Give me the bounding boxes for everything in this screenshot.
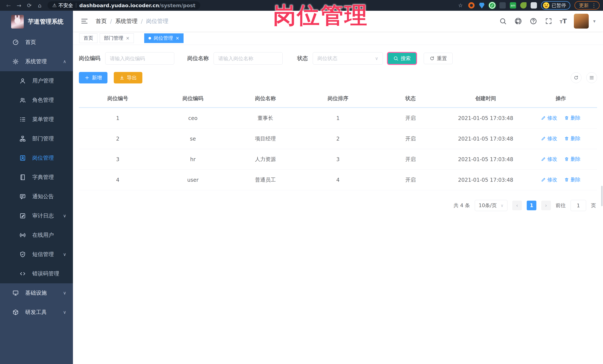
delete-link[interactable]: 删除: [564, 135, 580, 142]
tab-department-management[interactable]: 部门管理 ×: [100, 33, 134, 43]
avatar-caret-down-icon[interactable]: ▾: [593, 18, 596, 24]
breadcrumb-home[interactable]: 首页: [96, 17, 107, 25]
delete-link[interactable]: 删除: [564, 156, 580, 162]
add-button[interactable]: 新增: [79, 72, 107, 83]
sidebar-item-label: 短信管理: [32, 251, 54, 258]
tab-post-management[interactable]: 岗位管理 ×: [144, 33, 184, 43]
reset-button[interactable]: 重置: [424, 53, 453, 64]
profile-paused-pill[interactable]: 已暂停: [541, 1, 570, 10]
post-name-input[interactable]: [214, 52, 283, 65]
bookmark-star-icon[interactable]: ☆: [457, 2, 464, 9]
trash-icon: [564, 157, 569, 162]
profile-avatar-emoji: [543, 2, 549, 9]
delete-label: 删除: [570, 135, 580, 142]
screen: ← → ⟳ ⌂ ⚠ 不安全 dashboard.yudao.iocoder.cn…: [0, 0, 603, 364]
delete-link[interactable]: 删除: [564, 176, 580, 183]
tab-home[interactable]: 首页: [79, 33, 97, 43]
sidebar-item-sms-management[interactable]: 短信管理 ∨: [0, 245, 73, 264]
sidebar-item-dict-management[interactable]: 字典管理: [0, 168, 73, 187]
sidebar-item-notice-announcement[interactable]: 通知公告: [0, 187, 73, 206]
sidebar-item-error-code-management[interactable]: 错误码管理: [0, 264, 73, 283]
status-select[interactable]: 岗位状态 ∨: [313, 52, 383, 65]
plus-icon: [84, 75, 90, 80]
sidebar-item-label: 研发工具: [25, 309, 47, 316]
cell-status: 开启: [374, 129, 447, 149]
sidebar-item-online-users[interactable]: 在线用户: [0, 225, 73, 245]
search-button-label: 搜索: [401, 55, 411, 62]
export-button[interactable]: 导出: [114, 72, 142, 83]
edit-link[interactable]: 修改: [541, 115, 557, 121]
app-header: 首页 / 系统管理 / 岗位管理: [73, 11, 603, 32]
extension-wechat-icon[interactable]: am: [510, 2, 516, 9]
sidebar-item-label: 用户管理: [32, 77, 54, 85]
extension-leaf-icon[interactable]: [520, 2, 527, 9]
tab-close-icon[interactable]: ×: [126, 36, 129, 41]
prev-page-button[interactable]: ‹: [512, 201, 522, 210]
sidebar-item-menu-management[interactable]: 菜单管理: [0, 110, 73, 129]
page-size-select[interactable]: 10条/页 ∨: [475, 200, 507, 211]
browser-menu-kebab-icon[interactable]: ⋮: [591, 2, 596, 9]
browser-forward-button[interactable]: →: [14, 1, 24, 10]
sidebar-item-label: 系统管理: [25, 58, 47, 65]
address-bar[interactable]: ⚠ 不安全 dashboard.yudao.iocoder.cn /system…: [47, 1, 200, 10]
cube-icon: [12, 309, 19, 316]
sidebar-item-post-management[interactable]: 岗位管理: [0, 148, 73, 168]
cell-sort: 4: [302, 170, 374, 190]
sidebar-item-label: 角色管理: [32, 96, 54, 104]
sidebar-item-dev-tools[interactable]: 研发工具 ∨: [0, 303, 73, 322]
extensions-puzzle-icon[interactable]: [531, 2, 537, 9]
sidebar-item-role-management[interactable]: 角色管理: [0, 90, 73, 110]
user-avatar[interactable]: [574, 14, 589, 29]
goto-page-input[interactable]: [570, 200, 586, 211]
extension-icon[interactable]: [468, 2, 475, 9]
scrollbar-thumb[interactable]: [601, 186, 603, 206]
sidebar-item-home[interactable]: 首页: [0, 33, 73, 52]
fullscreen-icon[interactable]: [545, 17, 553, 25]
col-post-code: 岗位编码: [157, 90, 229, 108]
sidebar-item-label: 字典管理: [32, 174, 54, 181]
column-settings-button[interactable]: [586, 72, 597, 83]
columns-grid-icon: [589, 75, 594, 80]
delete-label: 删除: [570, 156, 580, 162]
github-icon[interactable]: [514, 17, 522, 25]
chevron-down-icon: ∨: [375, 56, 378, 61]
gear-icon: [12, 58, 19, 65]
browser-reload-button[interactable]: ⟳: [24, 1, 35, 10]
tab-close-icon[interactable]: ×: [175, 36, 179, 41]
browser-home-button[interactable]: ⌂: [35, 1, 45, 10]
sidebar-item-infrastructure[interactable]: 基础设施 ∨: [0, 283, 73, 303]
sidebar-item-system-management[interactable]: 系统管理 ∧: [0, 52, 73, 71]
dashboard-icon: [12, 39, 19, 46]
edit-link[interactable]: 修改: [541, 156, 557, 162]
extension-check-icon[interactable]: ✓: [489, 2, 495, 9]
browser-right-cluster: ☆ ✓ am 已暂停 更新 ⋮: [457, 1, 600, 10]
browser-back-button[interactable]: ←: [3, 1, 14, 10]
refresh-table-button[interactable]: [571, 72, 581, 83]
extension-icon[interactable]: [499, 2, 506, 9]
delete-link[interactable]: 删除: [564, 115, 580, 121]
search-button[interactable]: 搜索: [388, 53, 416, 64]
hamburger-menu-icon[interactable]: [80, 17, 89, 25]
sidebar-item-user-management[interactable]: 用户管理: [0, 71, 73, 90]
app-logo-row[interactable]: 芋道管理系统: [0, 11, 73, 33]
font-size-icon[interactable]: TT: [560, 17, 567, 25]
chrome-update-button[interactable]: 更新 ⋮: [574, 1, 600, 10]
sidebar-item-department-management[interactable]: 部门管理: [0, 129, 73, 148]
page-number-1[interactable]: 1: [527, 201, 536, 210]
cell-name: 普通员工: [229, 170, 302, 190]
edit-link[interactable]: 修改: [541, 135, 557, 142]
help-question-icon[interactable]: [529, 17, 537, 25]
edit-link[interactable]: 修改: [541, 176, 557, 183]
breadcrumb-system[interactable]: 系统管理: [115, 17, 138, 25]
filter-form: 岗位编码 岗位名称 状态 岗位状态 ∨ 搜索: [79, 52, 597, 65]
post-code-input[interactable]: [105, 52, 174, 65]
cell-created: 2021-01-05 17:03:48: [447, 129, 524, 149]
export-button-label: 导出: [127, 74, 137, 81]
cell-code: se: [157, 129, 229, 149]
extension-pin-icon[interactable]: [479, 2, 485, 9]
search-icon[interactable]: [499, 17, 507, 25]
trash-icon: [564, 177, 569, 182]
next-page-button[interactable]: ›: [541, 201, 551, 210]
table-row: 1 ceo 董事长 1 开启 2021-01-05 17:03:48 修改 删除: [79, 108, 597, 129]
sidebar-item-audit-log[interactable]: 审计日志 ∨: [0, 206, 73, 225]
